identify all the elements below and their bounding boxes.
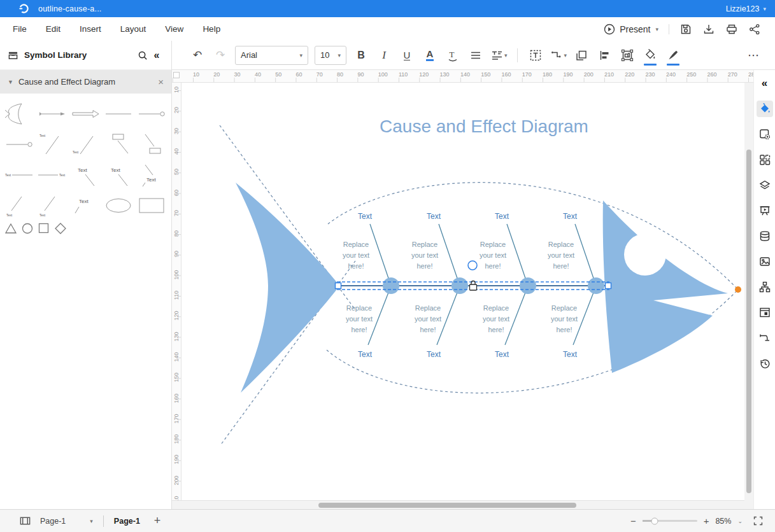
sidebar-image-icon[interactable] (757, 253, 773, 270)
sidebar-fill-format-icon[interactable] (757, 101, 773, 117)
bottom-category-label[interactable]: Text (358, 350, 373, 359)
sidebar-page-settings-icon[interactable] (757, 126, 773, 143)
top-branch-line[interactable] (575, 224, 595, 284)
top-note-text[interactable]: your text (548, 251, 574, 259)
vertical-scroll-thumb[interactable] (746, 150, 751, 493)
container-button[interactable] (573, 46, 590, 65)
zoom-slider[interactable] (643, 520, 697, 522)
bottom-note-text[interactable]: Replace (483, 304, 509, 312)
print-icon[interactable] (725, 23, 738, 36)
symbol-text-branch-lg-3[interactable]: Text (69, 190, 102, 221)
zoom-level[interactable]: 85% (715, 517, 731, 526)
selection-handle-left[interactable] (336, 283, 341, 289)
page-selector-caret-icon[interactable]: ▾ (90, 518, 93, 524)
symbol-ellipse[interactable] (102, 190, 135, 221)
top-note-text[interactable]: Replace (548, 241, 574, 248)
menu-edit[interactable]: Edit (36, 24, 70, 34)
bottom-note-text[interactable]: your text (483, 315, 509, 323)
symbol-text-branch-lg-2[interactable]: Text (102, 160, 135, 190)
bold-button[interactable]: B (353, 46, 369, 65)
italic-button[interactable]: I (376, 46, 392, 65)
bottom-note-text[interactable]: your text (415, 315, 441, 323)
top-branch-line[interactable] (507, 224, 527, 284)
symbol-fish-head[interactable] (3, 99, 36, 129)
symbol-line-text[interactable]: Text (36, 160, 69, 190)
download-icon[interactable] (702, 23, 715, 36)
user-name[interactable]: Lizzie123 (726, 4, 760, 13)
section-close-icon[interactable]: × (158, 76, 164, 87)
vertical-scrollbar[interactable] (744, 83, 753, 500)
symbol-circle[interactable] (19, 221, 36, 236)
sidebar-data-icon[interactable] (757, 228, 773, 244)
top-note-text[interactable]: Replace (480, 241, 506, 248)
size-select[interactable]: 10▾ (315, 46, 346, 65)
zoom-in-button[interactable]: + (704, 515, 709, 526)
menu-insert[interactable]: Insert (70, 24, 111, 34)
line-spacing-button[interactable] (467, 46, 484, 65)
symbol-text-line[interactable]: Text (3, 160, 36, 190)
bottom-note-text[interactable]: Replace (551, 304, 577, 312)
symbol-text-branch-lg[interactable]: Text (69, 160, 102, 190)
fishbone-diagram[interactable]: Cause and Effect Diagram (181, 83, 744, 500)
top-note-text[interactable]: Replace (412, 241, 437, 248)
symbol-branch-text-below-2[interactable]: Text (36, 190, 69, 221)
symbol-double-arrow[interactable] (69, 99, 102, 129)
symbol-branch-text-top[interactable]: Text (36, 129, 69, 160)
sidebar-collapse-icon[interactable]: « (757, 75, 773, 92)
symbol-line[interactable] (102, 99, 135, 129)
user-caret-icon[interactable]: ▾ (763, 6, 766, 12)
top-category-label[interactable]: Text (427, 212, 441, 221)
sidebar-org-chart-icon[interactable] (757, 279, 773, 295)
top-category-label[interactable]: Text (358, 212, 373, 221)
save-icon[interactable] (679, 23, 692, 36)
text-arc-button[interactable]: T (444, 46, 461, 65)
zoom-caret-icon[interactable]: ⌄ (737, 518, 743, 524)
fish-tail-shape[interactable] (236, 183, 339, 393)
symbol-search-button[interactable] (136, 48, 150, 62)
top-note-text[interactable]: here! (348, 262, 364, 270)
top-note-text[interactable]: your text (343, 251, 369, 259)
canvas[interactable]: 1020304050607080901001101201301401501601… (172, 70, 753, 509)
top-branch-line[interactable] (439, 224, 459, 284)
top-category-label[interactable]: Text (563, 212, 578, 221)
symbol-square[interactable] (36, 221, 52, 236)
group-button[interactable] (619, 46, 636, 65)
symbol-line-circle-2[interactable] (3, 129, 36, 160)
page-selector[interactable]: Page-1 (40, 517, 66, 526)
symbol-diamond[interactable] (52, 221, 69, 236)
present-caret-icon[interactable]: ▾ (655, 26, 658, 32)
sidebar-templates-icon[interactable] (757, 151, 773, 168)
bottom-note-text[interactable]: your text (551, 315, 578, 323)
library-section-header[interactable]: ▼ Cause and Effect Diagram × (0, 70, 171, 94)
menu-help[interactable]: Help (193, 24, 230, 34)
pages-panel-icon[interactable] (19, 515, 31, 527)
text-align-button[interactable]: ▾ (490, 46, 508, 65)
bottom-note-text[interactable]: here! (351, 326, 367, 333)
zoom-out-button[interactable]: − (630, 515, 636, 526)
font-color-button[interactable]: A (422, 46, 438, 65)
bottom-note-text[interactable]: Replace (415, 304, 441, 312)
symbol-branch-text-mid[interactable]: Text (69, 129, 102, 160)
present-button[interactable]: Present (603, 23, 650, 36)
connection-point[interactable] (468, 261, 477, 270)
page-tab[interactable]: Page-1 (114, 517, 140, 526)
menu-file[interactable]: File (3, 24, 36, 34)
fullscreen-icon[interactable] (753, 515, 764, 526)
symbol-triangle[interactable] (3, 221, 19, 236)
symbol-rect-branch[interactable] (102, 129, 135, 160)
sidebar-frame-icon[interactable] (757, 304, 773, 321)
connector-button[interactable]: ▾ (550, 46, 567, 65)
bottom-category-label[interactable]: Text (427, 350, 441, 359)
top-note-text[interactable]: here! (485, 262, 501, 270)
undo-button[interactable]: ↶ (189, 46, 206, 65)
section-expand-icon[interactable]: ▼ (8, 79, 13, 85)
top-branch-line[interactable] (370, 224, 390, 284)
horizontal-scrollbar[interactable] (172, 500, 744, 509)
bottom-category-label[interactable]: Text (495, 350, 509, 359)
symbol-branch-rect[interactable] (135, 129, 168, 160)
sidebar-presentation-icon[interactable] (757, 202, 773, 219)
selection-handle-right[interactable] (606, 283, 611, 289)
horizontal-scroll-thumb[interactable] (318, 503, 576, 508)
symbol-branch-text-lg[interactable]: Text (135, 160, 168, 190)
pen-button[interactable] (665, 46, 681, 65)
